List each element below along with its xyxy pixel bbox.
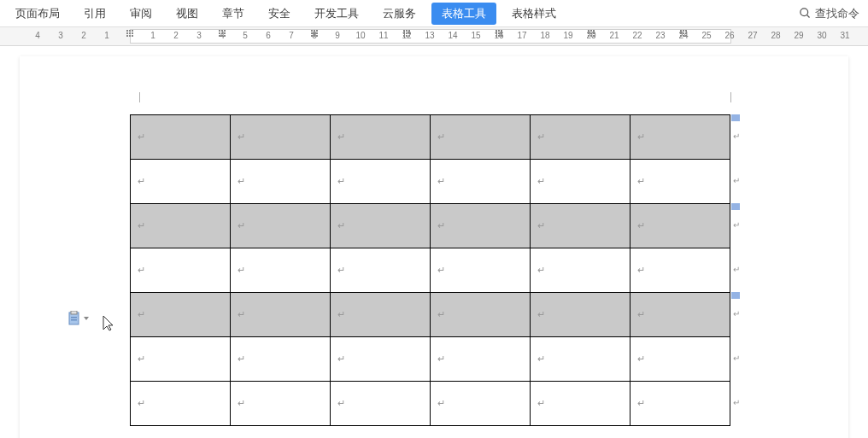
table-cell[interactable]: ↵	[131, 160, 231, 204]
table-cell[interactable]: ↵	[331, 382, 431, 426]
ruler-tick: 3	[196, 31, 202, 40]
ruler-tick: 14	[448, 31, 457, 40]
row-select-handle[interactable]	[731, 292, 740, 299]
tab-stop-marker[interactable]	[218, 30, 226, 42]
table-cell[interactable]: ↵	[331, 204, 431, 248]
table-row[interactable]: ↵↵↵↵↵↵	[131, 115, 730, 160]
table-cell[interactable]: ↵	[331, 160, 431, 204]
row-select-handle[interactable]	[731, 203, 740, 210]
paragraph-mark-icon: ↵	[437, 176, 445, 186]
paragraph-mark-icon: ↵	[337, 309, 345, 319]
tab-stop-marker[interactable]	[587, 30, 595, 42]
row-end-mark-icon: ↵	[733, 131, 740, 141]
paragraph-mark-icon: ↵	[637, 220, 645, 231]
table-cell[interactable]: ↵	[231, 160, 331, 204]
search-command[interactable]: 查找命令	[799, 6, 865, 21]
menu-table-style[interactable]: 表格样式	[500, 1, 568, 26]
tab-stop-marker[interactable]	[310, 30, 319, 42]
table-cell[interactable]: ↵	[630, 248, 730, 293]
table-cell[interactable]: ↵	[431, 293, 531, 337]
horizontal-ruler[interactable]: 4321123456789101112131415161718192021222…	[0, 27, 868, 46]
table-cell[interactable]: ↵	[131, 248, 231, 293]
table-cell[interactable]: ↵	[431, 248, 531, 293]
table-cell[interactable]: ↵	[431, 337, 531, 382]
ruler-tick: 23	[655, 31, 665, 40]
paste-options-button[interactable]	[67, 311, 89, 326]
tab-stop-marker[interactable]	[679, 30, 688, 42]
tab-stop-marker[interactable]	[126, 30, 134, 42]
ruler-tick: 6	[266, 31, 271, 40]
pointer-cursor-icon	[102, 314, 115, 331]
table-cell[interactable]: ↵	[431, 160, 531, 204]
table-cell[interactable]: ↵	[531, 293, 630, 337]
menu-view[interactable]: 视图	[164, 1, 210, 26]
row-end-mark-icon: ↵	[733, 309, 740, 318]
table-cell[interactable]: ↵	[630, 115, 730, 160]
document-table[interactable]: ↵↵↵↵↵↵↵↵↵↵↵↵↵↵↵↵↵↵↵↵↵↵↵↵↵↵↵↵↵↵↵↵↵↵↵↵↵↵↵↵…	[130, 114, 730, 426]
table-cell[interactable]: ↵	[331, 337, 431, 382]
table-cell[interactable]: ↵	[630, 204, 730, 248]
menu-cloud[interactable]: 云服务	[371, 1, 428, 26]
menu-table-tools[interactable]: 表格工具	[431, 3, 496, 25]
paragraph-mark-icon: ↵	[537, 398, 545, 408]
ruler-tick: 21	[609, 31, 619, 40]
paragraph-mark-icon: ↵	[337, 353, 345, 364]
table-cell[interactable]: ↵	[431, 382, 531, 426]
table-cell[interactable]: ↵	[531, 204, 630, 248]
document-page[interactable]: ↵↵↵↵↵↵↵↵↵↵↵↵↵↵↵↵↵↵↵↵↵↵↵↵↵↵↵↵↵↵↵↵↵↵↵↵↵↵↵↵…	[20, 56, 848, 438]
menu-review[interactable]: 审阅	[118, 1, 164, 26]
table-cell[interactable]: ↵	[131, 382, 231, 426]
table-row[interactable]: ↵↵↵↵↵↵	[131, 382, 730, 426]
menu-page-layout[interactable]: 页面布局	[3, 1, 72, 26]
row-end-mark-icon: ↵	[733, 353, 740, 363]
table-cell[interactable]: ↵	[531, 382, 630, 426]
table-cell[interactable]: ↵	[431, 204, 531, 248]
ruler-tick: 25	[701, 31, 711, 40]
table-row[interactable]: ↵↵↵↵↵↵	[131, 204, 730, 248]
table-cell[interactable]: ↵	[431, 115, 531, 160]
table-cell[interactable]: ↵	[231, 337, 331, 382]
row-select-handle[interactable]	[731, 114, 740, 121]
table-cell[interactable]: ↵	[630, 293, 730, 337]
table-row[interactable]: ↵↵↵↵↵↵	[131, 160, 730, 204]
ruler-tick: 10	[355, 31, 365, 40]
ruler-tick: 13	[425, 31, 434, 40]
table-row[interactable]: ↵↵↵↵↵↵	[131, 248, 730, 293]
table-cell[interactable]: ↵	[630, 382, 730, 426]
ruler-tick: 9	[335, 31, 340, 40]
menu-references[interactable]: 引用	[72, 1, 118, 26]
menu-chapters[interactable]: 章节	[210, 1, 256, 26]
menu-security[interactable]: 安全	[256, 1, 302, 26]
table-cell[interactable]: ↵	[531, 160, 630, 204]
table-cell[interactable]: ↵	[531, 115, 630, 160]
search-icon	[799, 7, 812, 20]
table-cell[interactable]: ↵	[231, 115, 331, 160]
table-cell[interactable]: ↵	[531, 337, 630, 382]
table-cell[interactable]: ↵	[231, 204, 331, 248]
row-end-mark-icon: ↵	[733, 220, 740, 230]
table-cell[interactable]: ↵	[630, 160, 730, 204]
table-cell[interactable]: ↵	[131, 293, 231, 337]
table-row[interactable]: ↵↵↵↵↵↵	[131, 293, 730, 337]
table-cell[interactable]: ↵	[231, 382, 331, 426]
tab-stop-marker[interactable]	[402, 30, 411, 42]
table-cell[interactable]: ↵	[331, 293, 431, 337]
table-row[interactable]: ↵↵↵↵↵↵	[131, 337, 730, 382]
table-cell[interactable]: ↵	[331, 248, 431, 293]
table-cell[interactable]: ↵	[531, 248, 630, 293]
table-cell[interactable]: ↵	[131, 204, 231, 248]
paragraph-mark-icon: ↵	[637, 353, 645, 364]
tab-stop-marker[interactable]	[495, 30, 503, 42]
table-cell[interactable]: ↵	[231, 293, 331, 337]
paragraph-mark-icon: ↵	[437, 353, 445, 364]
ruler-tick: 29	[794, 31, 803, 40]
search-label: 查找命令	[815, 6, 859, 21]
table-cell[interactable]: ↵	[331, 115, 431, 160]
paragraph-mark-icon: ↵	[238, 309, 245, 319]
menu-dev-tools[interactable]: 开发工具	[302, 1, 371, 26]
table-cell[interactable]: ↵	[231, 248, 331, 293]
row-end-mark-icon: ↵	[733, 398, 740, 407]
table-cell[interactable]: ↵	[131, 115, 231, 160]
table-cell[interactable]: ↵	[630, 337, 730, 382]
table-cell[interactable]: ↵	[131, 337, 231, 382]
